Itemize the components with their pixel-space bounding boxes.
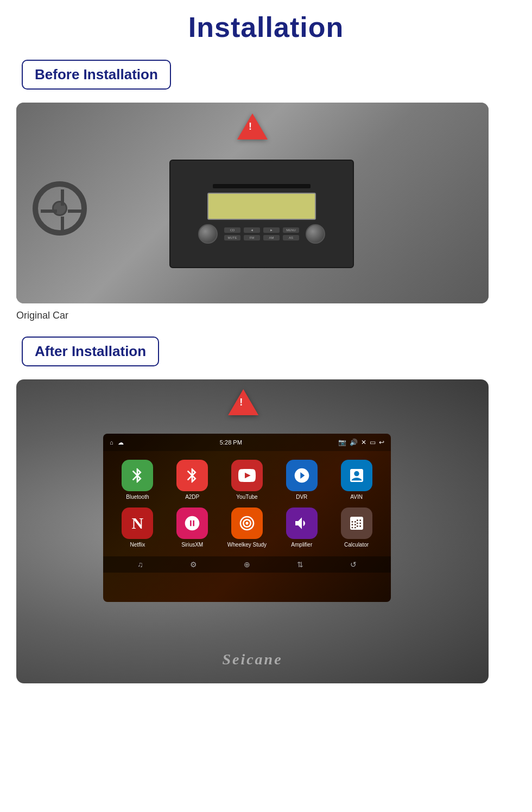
- siriusxm-icon: [176, 507, 208, 539]
- wheelkey-icon: [231, 507, 263, 539]
- after-image: ⌂ ☁ 5:28 PM 📷 🔊 ✕ ▭ ↩: [16, 379, 489, 683]
- warning-triangle-icon: [237, 113, 268, 139]
- steering-outer: [33, 181, 87, 236]
- before-section: Before Installation: [16, 60, 516, 337]
- statusbar-left: ⌂ ☁: [110, 439, 124, 446]
- app-label-a2dp: A2DP: [185, 494, 199, 500]
- app-item-bluetooth[interactable]: Bluetooth: [114, 460, 161, 500]
- app-label-amplifier: Amplifier: [291, 542, 312, 548]
- app-item-avin[interactable]: AVIN: [333, 460, 380, 500]
- after-installation-label: After Installation: [22, 337, 159, 366]
- app-grid: Bluetooth A2DP YouTube: [103, 451, 391, 556]
- app-label-dvr: DVR: [296, 494, 307, 500]
- statusbar-time: 5:28 PM: [220, 439, 242, 446]
- home-icon: ⌂: [110, 439, 113, 446]
- calculator-icon: [341, 507, 372, 539]
- radio-display: [207, 193, 316, 220]
- radio-buttons: CD ◄ ► MENU MUTE FM AM AS: [224, 227, 299, 240]
- reset-icon: ↺: [350, 560, 357, 569]
- app-item-amplifier[interactable]: Amplifier: [278, 507, 325, 548]
- app-item-youtube[interactable]: YouTube: [224, 460, 271, 500]
- android-statusbar: ⌂ ☁ 5:28 PM 📷 🔊 ✕ ▭ ↩: [103, 434, 391, 451]
- as-button: AS: [283, 235, 299, 240]
- android-bottom-bar: ♫ ⚙ ⊕ ⇅ ↺: [103, 556, 391, 573]
- mute-button: MUTE: [224, 235, 240, 240]
- radio-knob-right: [306, 224, 325, 244]
- youtube-icon: [231, 460, 263, 491]
- app-item-siriusxm[interactable]: SiriusXM: [169, 507, 216, 548]
- before-image: CD ◄ ► MENU MUTE FM AM AS: [16, 103, 489, 303]
- old-radio-unit: CD ◄ ► MENU MUTE FM AM AS: [169, 160, 354, 268]
- amplifier-icon: [286, 507, 318, 539]
- app-label-wheelkey: Wheelkey Study: [227, 542, 267, 548]
- before-installation-label: Before Installation: [22, 60, 171, 90]
- app-item-wheelkey[interactable]: Wheelkey Study: [224, 507, 271, 548]
- volume-icon: 🔊: [350, 439, 358, 446]
- wifi-icon: ☁: [118, 439, 124, 446]
- radio-controls: CD ◄ ► MENU MUTE FM AM AS: [198, 224, 325, 244]
- netflix-icon: N: [122, 507, 153, 539]
- radio-btn-row-2: MUTE FM AM AS: [224, 235, 299, 240]
- nav-icon: ⊕: [244, 560, 250, 569]
- radio-btn-row-1: CD ◄ ► MENU: [224, 227, 299, 233]
- after-warning-triangle-icon: [228, 389, 258, 415]
- radio-knob-left: [198, 224, 218, 244]
- dvr-icon: [286, 460, 318, 491]
- back-icon: ↩: [379, 439, 384, 446]
- after-section: After Installation ⌂ ☁ 5:28 PM 📷 🔊 ✕ ▭ ↩: [16, 337, 516, 690]
- app-item-netflix[interactable]: N Netflix: [114, 507, 161, 548]
- app-label-calculator: Calculator: [344, 542, 369, 548]
- settings-icon: ⚙: [190, 560, 197, 569]
- prev-button: ◄: [244, 227, 260, 233]
- app-label-siriusxm: SiriusXM: [181, 542, 203, 548]
- app-label-avin: AVIN: [350, 494, 363, 500]
- cd-slot: [213, 184, 311, 188]
- next-button: ►: [263, 227, 280, 233]
- app-label-netflix: Netflix: [130, 542, 145, 548]
- seicane-logo: Seicane: [222, 651, 282, 668]
- battery-icon: ▭: [370, 439, 376, 446]
- share-icon: ⇅: [297, 560, 303, 569]
- avin-icon: [341, 460, 372, 491]
- fm-button: FM: [244, 235, 260, 240]
- before-caption: Original Car: [16, 310, 68, 321]
- page-title: Installation: [188, 11, 344, 43]
- app-label-youtube: YouTube: [236, 494, 257, 500]
- app-label-bluetooth: Bluetooth: [126, 494, 149, 500]
- bluetooth-icon: [122, 460, 153, 491]
- android-screen: ⌂ ☁ 5:28 PM 📷 🔊 ✕ ▭ ↩: [103, 434, 391, 602]
- app-item-a2dp[interactable]: A2DP: [169, 460, 216, 500]
- cd-button: CD: [224, 227, 240, 233]
- camera-icon: 📷: [338, 439, 346, 446]
- steering-wheel-icon: [33, 181, 87, 236]
- music-icon: ♫: [137, 560, 143, 569]
- a2dp-icon: [176, 460, 208, 491]
- statusbar-right: 📷 🔊 ✕ ▭ ↩: [338, 439, 384, 446]
- app-item-calculator[interactable]: Calculator: [333, 507, 380, 548]
- signal-icon: ✕: [361, 439, 366, 446]
- app-item-dvr[interactable]: DVR: [278, 460, 325, 500]
- before-car-photo: CD ◄ ► MENU MUTE FM AM AS: [16, 103, 489, 303]
- menu-button: MENU: [283, 227, 299, 233]
- am-button: AM: [263, 235, 280, 240]
